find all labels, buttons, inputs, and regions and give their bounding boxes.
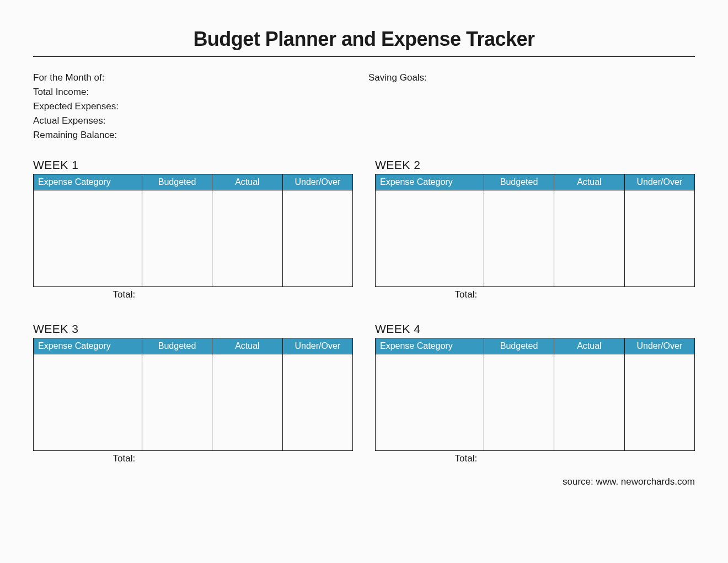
table-row xyxy=(376,354,695,451)
cell-budgeted xyxy=(142,354,212,451)
meta-section: For the Month of: Total Income: Expected… xyxy=(33,72,695,141)
cell-budgeted xyxy=(484,354,554,451)
meta-left-column: For the Month of: Total Income: Expected… xyxy=(33,72,364,141)
total-label: Total: xyxy=(375,289,484,300)
week-block-1: WEEK 1 Expense Category Budgeted Actual … xyxy=(33,158,353,300)
col-header-actual: Actual xyxy=(212,174,282,190)
week-block-3: WEEK 3 Expense Category Budgeted Actual … xyxy=(33,322,353,464)
col-header-under-over: Under/Over xyxy=(282,338,352,354)
total-row: Total: xyxy=(375,453,695,464)
week-table: Expense Category Budgeted Actual Under/O… xyxy=(33,174,353,287)
table-row xyxy=(376,190,695,287)
weeks-grid: WEEK 1 Expense Category Budgeted Actual … xyxy=(33,158,695,464)
saving-goals-label: Saving Goals: xyxy=(368,72,695,83)
cell-budgeted xyxy=(484,190,554,287)
col-header-budgeted: Budgeted xyxy=(142,338,212,354)
cell-category xyxy=(34,190,142,287)
col-header-budgeted: Budgeted xyxy=(484,338,554,354)
col-header-under-over: Under/Over xyxy=(624,174,694,190)
week-table: Expense Category Budgeted Actual Under/O… xyxy=(375,338,695,451)
col-header-category: Expense Category xyxy=(34,174,142,190)
week-block-4: WEEK 4 Expense Category Budgeted Actual … xyxy=(375,322,695,464)
col-header-category: Expense Category xyxy=(376,338,484,354)
col-header-category: Expense Category xyxy=(34,338,142,354)
col-header-actual: Actual xyxy=(212,338,282,354)
total-label: Total: xyxy=(375,453,484,464)
col-header-budgeted: Budgeted xyxy=(484,174,554,190)
table-row xyxy=(34,190,353,287)
week-title: WEEK 2 xyxy=(375,158,695,172)
cell-under-over xyxy=(624,354,694,451)
week-table: Expense Category Budgeted Actual Under/O… xyxy=(33,338,353,451)
cell-actual xyxy=(554,354,624,451)
total-row: Total: xyxy=(33,453,353,464)
cell-actual xyxy=(212,354,282,451)
cell-budgeted xyxy=(142,190,212,287)
col-header-under-over: Under/Over xyxy=(624,338,694,354)
col-header-category: Expense Category xyxy=(376,174,484,190)
table-row xyxy=(34,354,353,451)
col-header-under-over: Under/Over xyxy=(282,174,352,190)
cell-category xyxy=(34,354,142,451)
actual-expenses-label: Actual Expenses: xyxy=(33,115,364,126)
income-label: Total Income: xyxy=(33,87,364,98)
week-title: WEEK 1 xyxy=(33,158,353,172)
cell-under-over xyxy=(624,190,694,287)
week-title: WEEK 4 xyxy=(375,322,695,336)
meta-right-column: Saving Goals: xyxy=(364,72,695,141)
expected-expenses-label: Expected Expenses: xyxy=(33,101,364,112)
cell-under-over xyxy=(282,190,352,287)
total-row: Total: xyxy=(33,289,353,300)
cell-actual xyxy=(212,190,282,287)
col-header-budgeted: Budgeted xyxy=(142,174,212,190)
week-title: WEEK 3 xyxy=(33,322,353,336)
total-label: Total: xyxy=(33,453,142,464)
col-header-actual: Actual xyxy=(554,174,624,190)
total-row: Total: xyxy=(375,289,695,300)
source-footer: source: www. neworchards.com xyxy=(33,476,695,487)
week-block-2: WEEK 2 Expense Category Budgeted Actual … xyxy=(375,158,695,300)
week-table: Expense Category Budgeted Actual Under/O… xyxy=(375,174,695,287)
total-label: Total: xyxy=(33,289,142,300)
page-title: Budget Planner and Expense Tracker xyxy=(33,28,695,57)
cell-actual xyxy=(554,190,624,287)
cell-category xyxy=(376,190,484,287)
remaining-balance-label: Remaining Balance: xyxy=(33,130,364,141)
month-label: For the Month of: xyxy=(33,72,364,83)
cell-category xyxy=(376,354,484,451)
col-header-actual: Actual xyxy=(554,338,624,354)
cell-under-over xyxy=(282,354,352,451)
